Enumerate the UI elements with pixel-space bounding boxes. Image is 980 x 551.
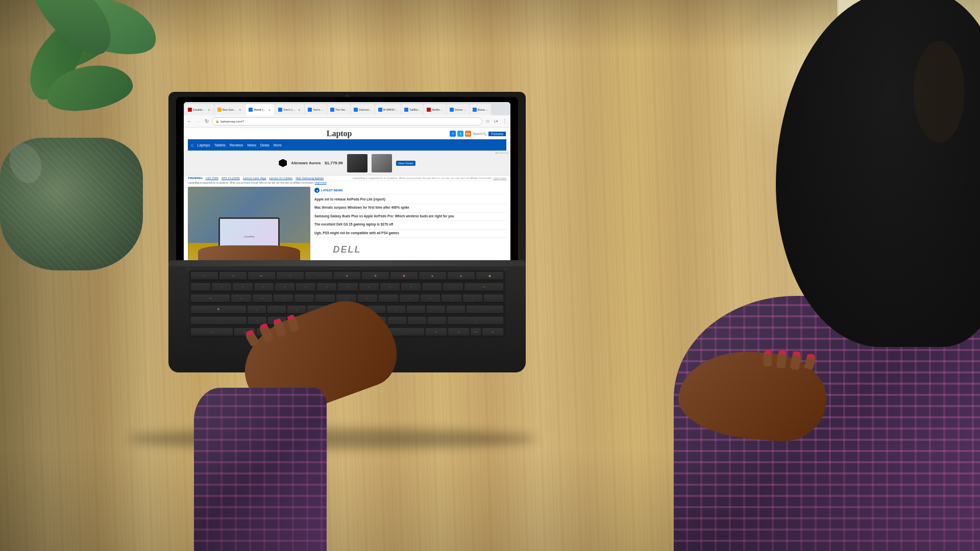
key-tilde[interactable]: ` [191,283,210,291]
key-9[interactable]: 9 [380,283,400,291]
speaker-dot-r5 [507,268,508,270]
tab-7[interactable]: Samsun... [351,104,375,115]
facebook-button[interactable]: f [450,131,456,137]
key-0[interactable]: 0 [401,283,421,291]
key-8[interactable]: 8 [359,283,379,291]
tab-favicon-1 [188,108,192,112]
laptop-shadow [128,429,536,449]
key-2[interactable]: 2 [233,283,252,291]
trending-label: TRENDING [188,177,203,180]
tab-5[interactable]: Tom's ... [305,104,326,115]
key-f3[interactable]: ↺ [277,272,304,280]
key-5[interactable]: 5 [296,283,315,291]
key-quote[interactable]: ' [447,306,465,314]
chrome-tabs-bar[interactable]: Emailer... × Bee Gen... × Home (... × [184,102,510,115]
key-lbracket[interactable]: [ [442,294,461,303]
tab-9[interactable]: TailBut... [401,104,423,115]
news-item-3[interactable]: Samsung Galaxy Buds Plus vs Apple AirPod… [314,213,506,221]
news-item-2[interactable]: Mac threats surpass Windows for first ti… [314,204,506,212]
tab-12[interactable]: Brave ... [470,104,491,115]
search-link[interactable]: Search 🔍 [473,132,486,136]
tab-close-3[interactable]: × [267,108,272,112]
key-ctrl[interactable]: ctrl [191,328,233,336]
key-f8[interactable]: 🔈 [419,272,446,280]
key-right[interactable]: ▶ [482,328,503,336]
tab-close-2[interactable]: × [238,108,242,112]
tab-6[interactable]: The Ver... [327,104,351,115]
key-f5[interactable]: 🔅 [334,272,361,280]
key-f9[interactable]: 🔉 [448,272,475,280]
key-lock[interactable]: 🔒 [476,272,503,280]
menu-button[interactable]: ⋮ [501,118,508,125]
key-backspace[interactable]: ⌫ [464,283,503,291]
tab-4[interactable]: Tom's L... × [275,104,304,115]
rss-button[interactable]: RSS [465,131,471,137]
key-left[interactable]: ◀ [448,328,469,336]
key-minus[interactable]: - [422,283,442,291]
forums-button[interactable]: Forums [488,131,506,137]
key-f7[interactable]: 🔇 [390,272,418,280]
key-1[interactable]: 1 [212,283,231,291]
nav-laptops[interactable]: Laptops [198,143,210,147]
learn-more-link-2[interactable]: Learn more [315,182,327,184]
nail-r2 [793,352,800,356]
back-button[interactable]: ← [186,118,193,125]
nav-reviews[interactable]: Reviews [230,143,243,147]
trending-tag-3[interactable]: Lenovo Lave Vega [243,177,266,180]
key-4[interactable]: 4 [275,283,295,291]
hands-area-right [664,337,827,439]
key-shift-left[interactable]: ⇧ [191,317,247,325]
learn-more-link[interactable]: Learn more [493,177,506,180]
key-f1[interactable]: ◀ [219,272,247,280]
tab-11[interactable]: Dinser ... [447,104,469,115]
tab-close-4[interactable]: × [297,108,301,112]
key-semicolon[interactable]: ; [427,306,445,314]
nav-deals[interactable]: Deals [260,143,270,147]
tab-1[interactable]: Emailer... × [185,104,214,115]
key-esc[interactable]: esc [191,272,218,280]
forward-button[interactable]: → [194,118,202,125]
key-f6[interactable]: 🔆 [362,272,389,280]
dell-logo: DELL [333,244,361,255]
trending-tag-1[interactable]: CES 2020 [206,177,218,180]
trending-tag-5[interactable]: New Samsung laptops [296,177,324,180]
tab-2[interactable]: Bee Gen... × [214,104,245,115]
tab-favicon-8 [378,108,382,112]
key-enter[interactable]: ↵ [467,306,503,314]
twitter-button[interactable]: t [457,131,463,137]
home-nav-icon[interactable]: ⌂ [191,143,193,147]
key-slash[interactable]: / [428,317,446,325]
trending-tag-2[interactable]: XPS 13 (2020) [222,177,240,180]
key-p[interactable]: p [421,294,440,303]
news-item-1[interactable]: Apple set to release AirPods Pro Lite (r… [314,196,506,204]
key-alt-right[interactable]: alt [426,328,447,336]
key-6[interactable]: 6 [317,283,336,291]
key-rbracket[interactable]: ] [463,294,482,303]
key-equals[interactable]: = [443,283,462,291]
key-7[interactable]: 7 [338,283,357,291]
nav-tablets[interactable]: Tablets [214,143,226,147]
trending-tag-4[interactable]: Lenovo X1 Carbon [269,177,292,180]
tab-3-active[interactable]: Home (... × [246,104,275,115]
news-item-5[interactable]: Ugh, PS5 might not be compatible with al… [314,230,506,238]
reload-button[interactable]: ↻ [203,118,210,125]
ad-product-image [347,154,368,172]
nav-news[interactable]: News [247,143,256,147]
bookmark-button[interactable]: ☆ [484,118,491,125]
key-up-down[interactable]: ▲▼ [471,328,481,336]
key-f4[interactable]: ⤢ [305,272,332,280]
key-3[interactable]: 3 [254,283,274,291]
view-deals-button[interactable]: View Deals [396,161,415,166]
key-f2[interactable]: ▶▶ [248,272,275,280]
news-item-4[interactable]: The excellent Dell G3 15 gaming laptop i… [314,221,506,229]
key-shift-right[interactable]: ⇧ [448,317,503,325]
key-tab[interactable]: tab [191,294,230,303]
address-bar[interactable]: 🔒 laptopmag.com/? [212,117,482,126]
nav-more[interactable]: More [274,143,282,147]
key-search[interactable]: 🔍 [191,306,246,314]
tab-8[interactable]: M MBHD ... [375,104,401,115]
profile-button[interactable]: L▾ [493,118,500,125]
key-backslash[interactable]: \ [484,294,503,303]
tab-close-1[interactable]: × [207,108,211,112]
tab-10[interactable]: Netflix ... [424,104,446,115]
